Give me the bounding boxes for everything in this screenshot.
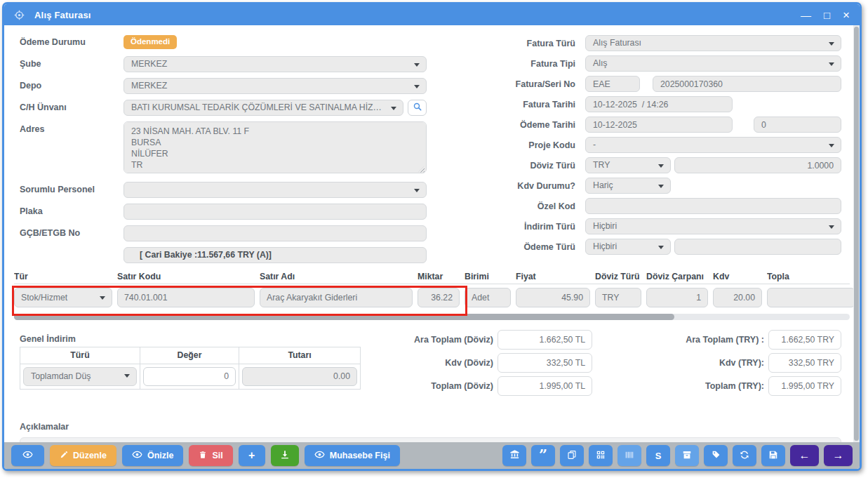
notes-label: Açıklamalar [20,422,841,432]
window-title: Alış Faturası [34,10,91,20]
plus-icon: + [248,450,255,461]
trash-icon [199,451,207,461]
exchange-rate-input[interactable] [674,157,841,173]
qr-code-icon [596,450,606,462]
project-code-select[interactable]: - [585,137,841,153]
vat-try-label: Kdv (TRY): [603,358,768,368]
totals-doviz-block: Ara Toplam (Döviz) 1.662,50 TL Kdv (Dövi… [410,330,592,399]
gi-value-input[interactable] [143,367,236,386]
next-button[interactable]: → [824,445,853,466]
eye-icon [22,449,33,462]
item-currency-field[interactable]: TRY [595,288,641,307]
item-rate-field[interactable]: 1 [646,288,708,307]
serial-prefix-input[interactable] [585,76,640,92]
eye-icon [314,449,325,462]
download-icon [280,450,290,462]
window-gear-icon [14,10,25,20]
item-unit-field[interactable]: Adet [465,288,511,307]
vat-status-select[interactable]: Hariç [585,178,671,194]
close-icon[interactable]: × [843,9,850,21]
s-button[interactable]: S [646,445,670,466]
delete-button-label: Sil [212,451,222,460]
warehouse-label: Depo [20,81,123,91]
branch-select[interactable]: MERKEZ [123,56,427,72]
bank-button[interactable] [502,445,526,466]
account-select[interactable]: BATI KURUMSAL TEDARİK ÇÖZÜMLERİ VE SATIN… [123,100,403,116]
maximize-icon[interactable]: □ [824,10,830,20]
total-try-label: Toplam (TRY): [603,381,768,391]
payment-date-input[interactable] [585,117,733,133]
special-code-input[interactable] [585,198,841,214]
responsible-label: Sorumlu Personel [20,185,123,194]
invoice-window: Alış Faturası — □ × Ödeme Durumu Ödenmed… [2,2,862,471]
previous-button[interactable]: ← [790,445,819,466]
col-header-satir-adi: Satır Adı [260,272,413,281]
payment-term-input[interactable] [754,117,841,133]
qr-code-button[interactable] [589,445,613,466]
col-header-tur: Tür [14,272,112,281]
search-icon [413,102,422,114]
current-balance-field: [ Cari Bakiye :11.567,66 TRY (A)] [123,247,427,263]
totals-try-block: Ara Toplam (TRY) : 1.662,50 TRY Kdv (TRY… [603,330,841,399]
gi-header-deger: Değer [140,347,239,364]
currency-select[interactable]: TRY [585,157,671,173]
item-price-field[interactable]: 45.90 [516,288,590,307]
payment-status-label: Ödeme Durumu [20,37,123,47]
invoice-kind-select[interactable]: Alış [585,55,841,72]
preview-button[interactable]: Önizle [122,445,184,466]
account-search-button[interactable] [408,100,427,116]
project-code-label: Proje Kodu [463,140,575,150]
invoice-type-select[interactable]: Alış Faturası [585,35,841,51]
col-header-kdv: Kdv [713,272,762,281]
discount-type-select[interactable]: Hiçbiri [585,218,841,234]
item-total-field[interactable] [767,288,855,307]
serial-number-input[interactable] [653,76,841,92]
col-header-satir-kodu: Satır Kodu [117,272,255,281]
subtotal-try-label: Ara Toplam (TRY) : [603,335,768,345]
horizontal-scrollbar[interactable] [14,314,850,320]
view-button[interactable] [11,445,44,466]
edit-button[interactable]: Düzenle [50,445,116,466]
warehouse-select[interactable]: MERKEZ [123,78,427,94]
item-row: Stok/Hizmet 740.01.001 Araç Akaryakıt Gi… [14,288,850,307]
add-line-button[interactable]: + [239,445,265,466]
refresh-button[interactable] [733,445,756,466]
item-qty-field[interactable]: 36.22 [418,288,460,307]
payment-type-select[interactable]: Hiçbiri [585,239,671,255]
barcode-button[interactable] [617,445,641,466]
save-button[interactable] [761,445,785,466]
total-doviz-label: Toplam (Döviz) [410,381,498,391]
item-type-select[interactable]: Stok/Hizmet [14,288,112,307]
archive-button[interactable] [675,445,699,466]
responsible-select[interactable] [123,182,427,198]
quote-icon: ” [539,451,547,460]
horizontal-scrollbar-thumb[interactable] [14,314,674,320]
col-header-doviz-turu: Döviz Türü [595,272,641,281]
delete-button[interactable]: Sil [189,445,232,466]
address-textarea[interactable]: 23 NİSAN MAH. ATA BLV. 11 F BURSA NİLÜFE… [123,121,427,173]
items-header-row: Tür Satır Kodu Satır Adı Miktar Birimi F… [14,272,850,284]
copy-button[interactable] [560,445,584,466]
item-vat-field[interactable]: 20.00 [713,288,762,307]
item-code-field[interactable]: 740.01.001 [117,288,255,307]
gcb-label: GÇB/ETGB No [20,228,123,238]
subtotal-doviz-value: 1.662,50 TL [498,330,592,350]
arrow-right-icon: → [833,449,844,462]
subtotal-try-value: 1.662,50 TRY [768,330,841,350]
col-header-toplam: Topla [767,272,855,281]
vertical-scrollbar[interactable] [853,25,860,442]
vertical-scrollbar-thumb[interactable] [854,27,859,441]
plate-input[interactable] [123,204,427,220]
invoice-date-input[interactable] [585,96,733,112]
tag-button[interactable] [704,445,728,466]
accounting-slip-button[interactable]: Muhasebe Fişi [305,445,400,466]
import-button[interactable] [271,445,299,466]
gcb-input[interactable] [123,225,427,241]
minimize-icon[interactable]: — [801,10,811,20]
bank-icon [509,449,520,462]
gi-type-select[interactable]: Toplamdan Düş [23,367,137,386]
item-name-field[interactable]: Araç Akaryakıt Giderleri [260,288,413,307]
payment-type-extra-input[interactable] [674,239,841,255]
s-icon: S [655,451,662,461]
quote-button[interactable]: ” [531,445,555,466]
